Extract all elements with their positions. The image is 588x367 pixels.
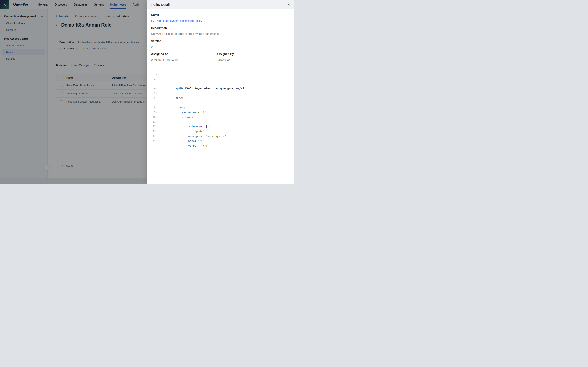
code-token: ] xyxy=(206,144,208,147)
panel-divider xyxy=(151,66,290,66)
field-version-value: v2 xyxy=(151,45,290,49)
line-number: 6 xyxy=(151,96,156,100)
assigned-by-column: Assigned By Daniel Son xyxy=(216,49,290,62)
assigned-at-column: Assigned At 2024-07-17 18:14:19 xyxy=(151,49,216,62)
fold-arrow-icon[interactable] xyxy=(156,111,157,113)
line-number: 10 xyxy=(151,115,156,119)
policy-name-link[interactable]: Pods kube-system Restriction Policy xyxy=(151,19,290,23)
drawer-body: Name Pods kube-system Restriction Policy… xyxy=(147,13,294,182)
line-number: 2 xyxy=(151,76,156,81)
code-line: 11 - "pods" xyxy=(151,119,290,124)
code-line: 15 xyxy=(151,138,290,143)
fold-arrow-icon[interactable] xyxy=(156,92,157,94)
line-number: 14 xyxy=(151,134,156,138)
policy-detail-drawer: Policy Detail ✕ Name Pods kube-system Re… xyxy=(147,0,294,184)
app-window: QueryPie General Discovery Databases Ser… xyxy=(0,0,294,184)
code-line: 10 resources: xyxy=(151,115,290,119)
line-number: 11 xyxy=(151,119,156,124)
code-token xyxy=(175,144,188,147)
code-line: 5 deny: xyxy=(151,91,290,96)
line-number: 5 xyxy=(151,91,156,96)
line-number: 12 xyxy=(151,124,156,129)
field-description-label: Description xyxy=(151,26,290,30)
line-number: 8 xyxy=(151,105,156,110)
line-number: 3 xyxy=(151,81,156,86)
yaml-editor[interactable]: 1 apiVersion: kubernetes.rbac.querypie.c… xyxy=(151,71,290,182)
assigned-at-value: 2024-07-17 18:14:19 xyxy=(151,58,216,62)
line-number: 9 xyxy=(151,110,156,115)
field-description-value: Deny API actions for pods in kube-system… xyxy=(151,32,290,36)
fold-arrow-icon[interactable] xyxy=(156,73,157,75)
code-token: : [ xyxy=(196,144,201,147)
assigned-grid: Assigned At 2024-07-17 18:14:19 Assigned… xyxy=(151,49,290,62)
code-line: 14 verbs: ["*"] xyxy=(151,134,290,138)
external-link-icon xyxy=(151,19,154,22)
assigned-at-label: Assigned At xyxy=(151,52,216,56)
drawer-title: Policy Detail xyxy=(151,3,170,6)
line-number: 15 xyxy=(151,138,156,143)
code-line: 13 name: "*" xyxy=(151,129,290,134)
code-line: 9 - apiGroups: ["*"] xyxy=(151,110,290,115)
code-line: 12 namespace: "kube-system" xyxy=(151,124,290,129)
policy-name-link-text: Pods kube-system Restriction Policy xyxy=(156,19,202,23)
code-line: 4 spec: xyxy=(151,86,290,91)
code-line: 2 kind: KacPolicy xyxy=(151,76,290,81)
drawer-header: Policy Detail ✕ xyxy=(147,0,294,9)
code-line: 7 - "cluster:*" xyxy=(151,100,290,105)
line-number: 7 xyxy=(151,100,156,105)
code-line: 1 apiVersion: kubernetes.rbac.querypie.c… xyxy=(151,72,290,76)
code-token: "*" xyxy=(201,144,206,147)
code-line: 3 xyxy=(151,81,290,86)
code-token: verbs xyxy=(188,144,196,147)
line-number: 1 xyxy=(151,72,156,76)
assigned-by-label: Assigned By xyxy=(216,52,290,56)
field-name-label: Name xyxy=(151,13,290,17)
code-line: 6 resources: xyxy=(151,96,290,100)
close-icon[interactable]: ✕ xyxy=(287,3,290,6)
fold-arrow-icon[interactable] xyxy=(156,97,157,99)
code-line: 8 actions: xyxy=(151,105,290,110)
assigned-by-value: Daniel Son xyxy=(216,58,290,62)
line-number: 13 xyxy=(151,129,156,134)
field-version-label: Version xyxy=(151,39,290,43)
line-number: 4 xyxy=(151,86,156,91)
